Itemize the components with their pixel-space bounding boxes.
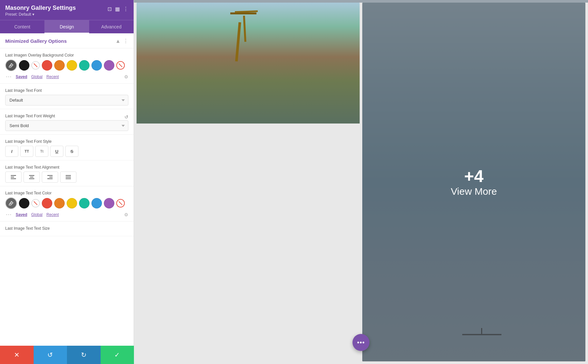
view-more-count: +4 <box>451 167 497 186</box>
focus-icon[interactable]: ⊡ <box>107 6 112 12</box>
font-style-buttons: I TT Tt U S <box>5 146 128 157</box>
uppercase-btn[interactable]: TT <box>20 146 33 157</box>
text-color-swatch-blue[interactable] <box>91 198 102 208</box>
more-options-icon[interactable]: ⋮ <box>123 6 128 12</box>
tab-advanced[interactable]: Advanced <box>89 20 134 33</box>
section-collapse-icon[interactable]: ▲ <box>115 38 121 44</box>
text-color-dots[interactable]: ··· <box>6 211 12 218</box>
text-size-group: Last Image Text Text Size <box>0 222 134 236</box>
text-font-label: Last Image Text Font <box>5 88 128 93</box>
text-font-group: Last Image Text Font Default <box>0 84 134 109</box>
capitalize-btn[interactable]: Tt <box>35 146 48 157</box>
text-color-swatch-none[interactable] <box>31 199 40 207</box>
layout-icon[interactable]: ▦ <box>115 6 120 12</box>
color-swatch-reset[interactable] <box>116 61 125 70</box>
text-color-swatch-orange[interactable] <box>54 198 65 208</box>
section-header-icons: ▲ ⋮ <box>115 38 128 44</box>
align-center-btn[interactable] <box>24 172 40 183</box>
overlay-color-global-tab[interactable]: Global <box>31 74 42 79</box>
tab-content[interactable]: Content <box>0 20 44 33</box>
text-font-weight-label: Last Image Text Font Weight <box>5 114 55 118</box>
overlay-color-settings-icon[interactable]: ⚙ <box>124 74 128 79</box>
color-swatch-purple[interactable] <box>104 60 114 71</box>
undo-button[interactable]: ↺ <box>34 346 67 364</box>
svg-rect-2 <box>11 177 14 177</box>
eyedropper-btn[interactable] <box>5 59 17 71</box>
align-left-btn[interactable] <box>5 172 22 183</box>
text-color-settings-icon[interactable]: ⚙ <box>124 212 128 217</box>
align-right-btn[interactable] <box>42 172 58 183</box>
color-swatch-red[interactable] <box>42 60 52 71</box>
svg-rect-9 <box>47 178 53 179</box>
save-button[interactable]: ✓ <box>101 346 134 364</box>
overlay-bg-color-group: Last Imagen Overlay Background Color <box>0 48 134 84</box>
bottom-toolbar: ✕ ↺ ↻ ✓ <box>0 346 134 364</box>
svg-rect-6 <box>29 178 34 179</box>
text-color-swatch-black[interactable] <box>19 198 29 208</box>
text-eyedropper-btn[interactable] <box>5 197 17 209</box>
font-weight-reset-icon[interactable]: ↺ <box>124 114 128 120</box>
underline-btn[interactable]: U <box>50 146 63 157</box>
align-justify-btn[interactable] <box>60 172 76 183</box>
text-color-swatch-reset[interactable] <box>116 199 125 207</box>
text-font-select[interactable]: Default <box>5 95 128 106</box>
text-alignment-group: Last Image Text Text Alignment <box>0 160 134 186</box>
text-alignment-label: Last Image Text Text Alignment <box>5 165 128 170</box>
sidebar-header-icons: ⊡ ▦ ⋮ <box>107 6 128 12</box>
strikethrough-btn[interactable]: S <box>65 146 78 157</box>
text-color-swatch-teal[interactable] <box>79 198 90 208</box>
color-swatch-none[interactable] <box>31 61 40 70</box>
section-more-icon[interactable]: ⋮ <box>123 38 128 44</box>
svg-rect-11 <box>66 177 71 177</box>
gallery-image-1[interactable] <box>137 3 360 361</box>
text-color-group: Last Image Text Text Color <box>0 186 134 222</box>
redo-icon: ↻ <box>81 351 87 359</box>
main-content: +4 View More ••• <box>134 0 588 364</box>
gallery-image-view-more[interactable]: +4 View More <box>362 3 585 361</box>
section-header: Minimized Gallery Options ▲ ⋮ <box>0 33 134 48</box>
redo-button[interactable]: ↻ <box>67 346 101 364</box>
color-swatch-yellow[interactable] <box>67 60 77 71</box>
text-color-saved-row: ··· Saved Global Recent ⚙ <box>6 211 128 218</box>
color-swatch-black[interactable] <box>19 60 29 71</box>
color-swatch-teal[interactable] <box>79 60 90 71</box>
color-swatch-orange[interactable] <box>54 60 65 71</box>
color-swatch-blue[interactable] <box>91 60 102 71</box>
top-image-strip <box>134 0 588 3</box>
tab-design[interactable]: Design <box>44 20 89 33</box>
text-size-label: Last Image Text Text Size <box>5 226 128 231</box>
text-color-swatch-red[interactable] <box>42 198 52 208</box>
text-color-swatch-yellow[interactable] <box>67 198 77 208</box>
text-font-weight-label-row: Last Image Text Font Weight ↺ <box>5 114 128 120</box>
sidebar-header-left: Masonry Gallery Settings Preset: Default… <box>5 5 76 17</box>
text-font-weight-group: Last Image Text Font Weight ↺ Semi Bold <box>0 109 134 135</box>
overlay-color-saved-row: ··· Saved Global Recent ⚙ <box>6 73 128 80</box>
text-color-swatch-purple[interactable] <box>104 198 114 208</box>
svg-rect-3 <box>11 178 16 179</box>
preset-label[interactable]: Preset: Default ▾ <box>5 12 76 17</box>
text-color-global-tab[interactable]: Global <box>31 212 42 217</box>
text-font-style-label: Last Image Text Font Style <box>5 139 128 144</box>
tab-bar: Content Design Advanced <box>0 20 134 33</box>
text-color-label: Last Image Text Text Color <box>5 191 128 195</box>
undo-icon: ↺ <box>47 351 53 359</box>
view-more-text: View More <box>451 186 497 197</box>
svg-rect-7 <box>47 175 53 176</box>
overlay-color-dots[interactable]: ··· <box>6 73 12 80</box>
gallery-grid: +4 View More <box>134 0 588 364</box>
text-color-recent-tab[interactable]: Recent <box>46 212 59 217</box>
overlay-color-tabs: Saved Global Recent <box>16 74 59 79</box>
text-color-saved-tab[interactable]: Saved <box>16 212 27 217</box>
overlay-color-saved-tab[interactable]: Saved <box>16 74 27 79</box>
alignment-buttons <box>5 172 128 183</box>
text-font-style-group: Last Image Text Font Style I TT Tt U S <box>0 135 134 160</box>
section-title: Minimized Gallery Options <box>5 38 67 44</box>
text-font-weight-select[interactable]: Semi Bold <box>5 120 128 131</box>
fab-button[interactable]: ••• <box>352 334 369 351</box>
overlay-color-recent-tab[interactable]: Recent <box>46 74 59 79</box>
italic-btn[interactable]: I <box>5 146 18 157</box>
cancel-button[interactable]: ✕ <box>0 346 34 364</box>
fab-dots-icon: ••• <box>357 339 365 346</box>
sidebar: Masonry Gallery Settings Preset: Default… <box>0 0 134 364</box>
panel-title: Masonry Gallery Settings <box>5 5 76 11</box>
